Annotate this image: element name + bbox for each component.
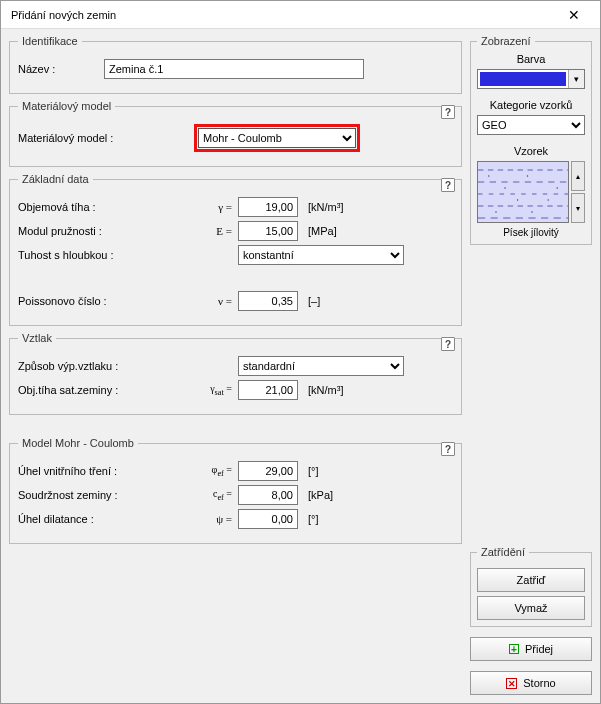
pattern-label: Vzorek [477,145,585,157]
modulus-label: Modul pružnosti : [18,225,188,237]
category-label: Kategorie vzorků [477,99,585,111]
close-button[interactable]: ✕ [554,3,594,27]
dialog-content: Identifikace Název : Materiálový model ?… [1,29,600,703]
modulus-input[interactable] [238,221,298,241]
weight-label: Objemová tíha : [18,201,188,213]
color-label: Barva [477,53,585,65]
titlebar-title: Přidání nových zemin [11,9,116,21]
weight-input[interactable] [238,197,298,217]
stiffness-select[interactable]: konstantní [238,245,404,265]
x-icon: ✕ [506,678,517,689]
color-swatch [480,72,566,86]
phi-input[interactable] [238,461,298,481]
pattern-spinner: ▴ ▾ [571,161,585,223]
pattern-category-select[interactable]: GEO [477,115,585,135]
mohr-legend: Model Mohr - Coulomb [18,437,138,449]
sat-weight-unit: [kN/m³] [308,384,343,396]
dilatancy-label: Úhel dilatance : [18,513,188,525]
uplift-method-select[interactable]: standardní [238,356,404,376]
modulus-unit: [MPa] [308,225,337,237]
svg-point-13 [517,199,518,201]
help-icon[interactable]: ? [441,178,455,192]
left-column: Identifikace Název : Materiálový model ?… [9,35,462,695]
dilatancy-input[interactable] [238,509,298,529]
display-legend: Zobrazení [477,35,535,47]
clear-button[interactable]: Vymaž [477,596,585,620]
weight-symbol: γ = [194,201,232,213]
material-model-group: Materiálový model ? Materiálový model : … [9,100,462,167]
phi-unit: [°] [308,465,319,477]
add-button[interactable]: + Přidej [470,637,592,661]
svg-point-10 [495,211,496,213]
basic-data-legend: Základní data [18,173,93,185]
stiffness-label: Tuhost s hloubkou : [18,249,188,261]
identification-group: Identifikace Název : [9,35,462,94]
help-icon[interactable]: ? [441,337,455,351]
pattern-icon [478,162,568,222]
svg-point-9 [547,199,548,201]
help-icon[interactable]: ? [441,442,455,456]
pattern-up-button[interactable]: ▴ [571,161,585,191]
pattern-name: Písek jílovitý [477,227,585,238]
name-input[interactable] [104,59,364,79]
cancel-button[interactable]: ✕ Storno [470,671,592,695]
classify-group: Zatřídění Zatřiď Vymaž [470,546,592,627]
phi-label: Úhel vnitřního tření : [18,465,188,477]
material-model-label: Materiálový model : [18,132,188,144]
material-model-legend: Materiálový model [18,100,115,112]
chevron-down-icon: ▾ [568,70,584,88]
sat-weight-input[interactable] [238,380,298,400]
poisson-unit: [–] [308,295,320,307]
cohesion-label: Soudržnost zeminy : [18,489,188,501]
uplift-method-label: Způsob výp.vztlaku : [18,360,188,372]
svg-point-7 [504,187,505,189]
weight-unit: [kN/m³] [308,201,343,213]
name-label: Název : [18,63,98,75]
pattern-preview [477,161,569,223]
titlebar: Přidání nových zemin ✕ [1,1,600,29]
sat-weight-label: Obj.tíha sat.zeminy : [18,384,188,396]
svg-point-11 [531,211,532,213]
uplift-group: Vztlak ? Způsob výp.vztlaku : standardní… [9,332,462,415]
classify-legend: Zatřídění [477,546,529,558]
svg-point-8 [527,175,528,177]
svg-point-12 [556,187,557,189]
identification-legend: Identifikace [18,35,82,47]
pattern-down-button[interactable]: ▾ [571,193,585,223]
mohr-coulomb-group: Model Mohr - Coulomb ? Úhel vnitřního tř… [9,437,462,544]
dilatancy-symbol: ψ = [194,513,232,525]
classify-button[interactable]: Zatřiď [477,568,585,592]
right-column: Zobrazení Barva ▾ Kategorie vzorků GEO V… [470,35,592,695]
cohesion-unit: [kPa] [308,489,333,501]
material-model-select[interactable]: Mohr - Coulomb [198,128,356,148]
color-select[interactable]: ▾ [477,69,585,89]
poisson-label: Poissonovo číslo : [18,295,188,307]
uplift-legend: Vztlak [18,332,56,344]
help-icon[interactable]: ? [441,105,455,119]
svg-rect-0 [478,162,568,222]
material-model-highlight: Mohr - Coulomb [194,124,360,152]
poisson-input[interactable] [238,291,298,311]
svg-point-6 [488,175,489,177]
soil-dialog: Přidání nových zemin ✕ Identifikace Náze… [0,0,601,704]
basic-data-group: Základní data ? Objemová tíha : γ = [kN/… [9,173,462,326]
modulus-symbol: E = [194,225,232,237]
cohesion-input[interactable] [238,485,298,505]
poisson-symbol: ν = [194,295,232,307]
close-icon: ✕ [568,7,580,23]
display-group: Zobrazení Barva ▾ Kategorie vzorků GEO V… [470,35,592,245]
plus-icon: + [509,644,519,654]
dilatancy-unit: [°] [308,513,319,525]
